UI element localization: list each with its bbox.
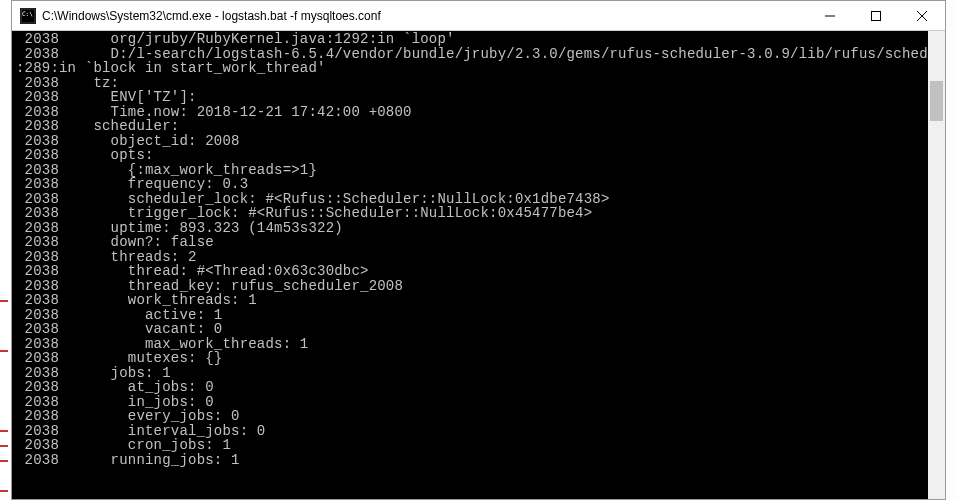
terminal-line: 2038 object_id: 2008 — [16, 134, 941, 149]
close-button[interactable] — [899, 1, 945, 30]
svg-text:C:\: C:\ — [22, 10, 33, 17]
terminal-line: 2038 mutexes: {} — [16, 351, 941, 366]
maximize-button[interactable] — [853, 1, 899, 30]
terminal-line: 2038 vacant: 0 — [16, 322, 941, 337]
terminal-line: 2038 org/jruby/RubyKernel.java:1292:in `… — [16, 32, 941, 47]
terminal-line: 2038 jobs: 1 — [16, 366, 941, 381]
terminal-line: 2038 work_threads: 1 — [16, 293, 941, 308]
scrollbar-thumb[interactable] — [930, 81, 943, 121]
terminal-line: 2038 at_jobs: 0 — [16, 380, 941, 395]
minimize-button[interactable] — [807, 1, 853, 30]
terminal-line: 2038 uptime: 893.323 (14m53s322) — [16, 221, 941, 236]
window-controls — [807, 1, 945, 30]
terminal-line: 2038 frequency: 0.3 — [16, 177, 941, 192]
terminal-line: 2038 in_jobs: 0 — [16, 395, 941, 410]
terminal-line: 2038 running_jobs: 1 — [16, 453, 941, 468]
terminal-line: 2038 tz: — [16, 76, 941, 91]
right-gutter — [946, 0, 957, 500]
left-gutter — [0, 0, 11, 500]
terminal-line: 2038 thread: #<Thread:0x63c30dbc> — [16, 264, 941, 279]
terminal-line: 2038 active: 1 — [16, 308, 941, 323]
terminal-line: 2038 down?: false — [16, 235, 941, 250]
cmd-icon: C:\ — [20, 8, 36, 24]
terminal-line: 2038 scheduler_lock: #<Rufus::Scheduler:… — [16, 192, 941, 207]
terminal-output[interactable]: 2038 org/jruby/RubyKernel.java:1292:in `… — [12, 31, 945, 499]
terminal-line: 2038 thread_key: rufus_scheduler_2008 — [16, 279, 941, 294]
vertical-scrollbar[interactable] — [928, 31, 945, 499]
terminal-line: 2038 {:max_work_threads=>1} — [16, 163, 941, 178]
terminal-line: 2038 cron_jobs: 1 — [16, 438, 941, 453]
terminal-line: 2038 trigger_lock: #<Rufus::Scheduler::N… — [16, 206, 941, 221]
terminal-line: :289:in `block in start_work_thread' — [16, 61, 941, 76]
svg-rect-4 — [872, 11, 881, 20]
terminal-line: 2038 D:/l-search/logstash-6.5.4/vendor/b… — [16, 47, 941, 62]
terminal-line: 2038 Time.now: 2018-12-21 17:42:00 +0800 — [16, 105, 941, 120]
terminal-line: 2038 scheduler: — [16, 119, 941, 134]
terminal-line: 2038 opts: — [16, 148, 941, 163]
terminal-line: 2038 every_jobs: 0 — [16, 409, 941, 424]
terminal-line: 2038 threads: 2 — [16, 250, 941, 265]
terminal-line: 2038 ENV['TZ']: — [16, 90, 941, 105]
terminal-line: 2038 interval_jobs: 0 — [16, 424, 941, 439]
window-title: C:\Windows\System32\cmd.exe - logstash.b… — [42, 9, 807, 23]
cmd-window: C:\ C:\Windows\System32\cmd.exe - logsta… — [11, 0, 946, 500]
terminal-line: 2038 max_work_threads: 1 — [16, 337, 941, 352]
titlebar[interactable]: C:\ C:\Windows\System32\cmd.exe - logsta… — [12, 1, 945, 31]
